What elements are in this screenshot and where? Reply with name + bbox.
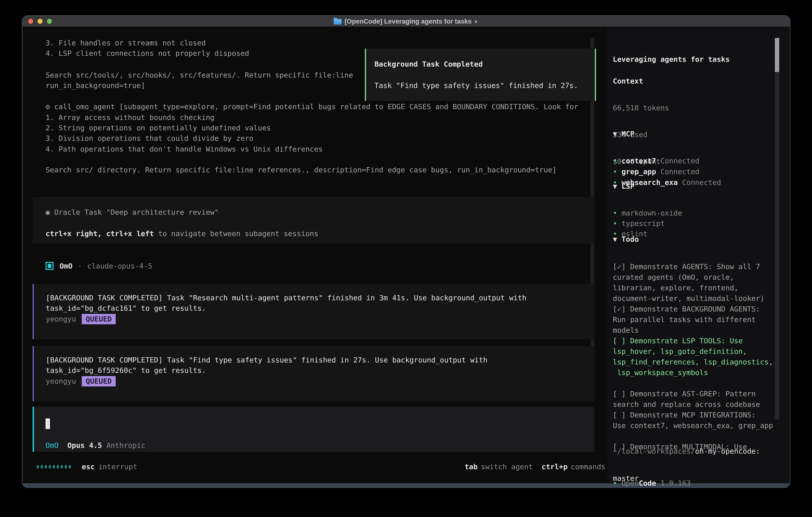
todo-line: models <box>613 325 773 335</box>
gear-icon: ⚙ <box>46 103 50 111</box>
spinner-dot <box>45 465 47 468</box>
todo-line: lsp_hover, lsp_goto_definition, <box>613 346 773 357</box>
terminal-line: 1. Array access without bounds checking <box>46 112 214 123</box>
mcp-section-header[interactable]: ▼ MCP <box>613 129 721 139</box>
model-info-row: OmO Opus 4.5 Anthropic <box>46 440 145 451</box>
task-result-line2: task_id="bg_dcfac161" to get results. <box>46 303 594 314</box>
terminal-line: 4. Path operations that don't handle Win… <box>46 144 323 154</box>
task-result-block: [BACKGROUND TASK COMPLETED] Task "Resear… <box>33 284 594 339</box>
spinner-dot <box>53 465 55 468</box>
todo-line: [ ] Demonstrate LSP TOOLS: Use <box>613 335 773 346</box>
window-title: [OpenCode] Leveraging agents for tasks <box>345 18 471 25</box>
todo-section-header[interactable]: ▼ Todo <box>613 234 773 245</box>
task-result-line1: [BACKGROUND TASK COMPLETED] Task "Find t… <box>46 355 594 365</box>
status-badge: QUEUED <box>82 314 116 324</box>
terminal-line: 3. File handles or streams not closed <box>46 38 206 48</box>
todo-line <box>613 378 773 388</box>
task-author: yeongyu <box>46 376 76 386</box>
todo-line: lsp_workspace_symbols <box>613 367 773 378</box>
esc-key-label: interrupt <box>98 462 137 472</box>
omo-agent-icon <box>46 262 54 270</box>
todo-line: [ ] Demonstrate AST-GREP: Pattern <box>613 388 773 399</box>
todo-line: document-writer, multimodal-looker) <box>613 293 773 304</box>
agent-header: OmO · claude-opus-4-5 <box>46 261 152 271</box>
spinner-dot <box>61 465 63 468</box>
input-model-name: Opus 4.5 <box>67 440 102 451</box>
window-controls <box>28 16 52 27</box>
oracle-task-label: ◉ Oracle Task "Deep architecture review" <box>46 207 594 218</box>
spinner-dot <box>41 465 43 468</box>
ctrlp-key-label: commands <box>571 462 605 472</box>
input-provider: Anthropic <box>106 440 145 451</box>
bullet-icon: • <box>613 479 617 487</box>
task-result-line1: [BACKGROUND TASK COMPLETED] Task "Resear… <box>46 293 594 303</box>
spinner-dot <box>69 465 71 468</box>
esc-key-hint: esc <box>82 462 95 472</box>
screenshot-stage: [OpenCode] Leveraging agents for tasks ◐… <box>0 0 812 517</box>
terminal-line: 4. LSP client connections not properly d… <box>46 48 249 59</box>
sidebar-scrollbar-thumb[interactable] <box>775 38 779 72</box>
todo-line: curated agents (OmO, oracle, <box>613 272 773 282</box>
terminal-line: Search src/ directory. Return specific f… <box>46 165 557 175</box>
notification-body: Task "Find type safety issues" finished … <box>374 80 595 91</box>
text-cursor <box>46 418 50 429</box>
half-circle-icon: ◐ <box>474 18 478 25</box>
task-author: yeongyu <box>46 314 76 324</box>
bullet-icon: • <box>613 157 617 165</box>
lsp-section-header[interactable]: ▼ LSP <box>613 181 682 192</box>
sidebar-scrollbar[interactable] <box>775 38 779 419</box>
chevron-down-icon: ▼ <box>613 182 617 190</box>
todo-line: lsp_find_references, lsp_diagnostics, <box>613 357 773 367</box>
todo-line: [✓] Demonstrate AGENTS: Show all 7 <box>613 261 773 272</box>
working-spinner <box>37 465 71 468</box>
todo-line: librarian, explore, frontend, <box>613 282 773 293</box>
task-result-block: [BACKGROUND TASK COMPLETED] Task "Find t… <box>33 346 594 402</box>
folder-icon <box>334 19 342 25</box>
ctrlp-key-hint: ctrl+p <box>542 462 568 472</box>
context-heading: Context <box>613 76 669 86</box>
prompt-input[interactable]: OmO Opus 4.5 Anthropic <box>33 407 594 452</box>
statusbar-right: tab switch agent ctrl+p commands <box>465 462 605 472</box>
terminal-line: Search src/tools/, src/hooks/, src/featu… <box>46 70 353 80</box>
background-task-notification: Background Task Completed Task "Find typ… <box>365 49 596 101</box>
spinner-dot <box>65 465 67 468</box>
window-title-group: [OpenCode] Leveraging agents for tasks ◐ <box>334 18 478 25</box>
tool-call-text: call_omo_agent [subagent_type=explore, p… <box>54 103 578 111</box>
status-badge: QUEUED <box>82 376 116 386</box>
bullet-icon: • <box>613 209 617 217</box>
todo-line: Run parallel tasks with different <box>613 314 773 325</box>
task-result-line2: task_id="bg_6f59260c" to get results. <box>46 365 594 376</box>
agent-model: claude-opus-4-5 <box>87 262 152 270</box>
workspace-repo: oh-my-opencode: <box>695 447 760 455</box>
tab-key-hint: tab <box>465 462 477 472</box>
spinner-dot <box>57 465 59 468</box>
spinner-dot <box>37 465 39 468</box>
tab-key-label: switch agent <box>481 462 533 472</box>
todo-line: [ ] Demonstrate MCP INTEGRATIONS: <box>613 410 773 420</box>
oracle-task-panel: ◉ Oracle Task "Deep architecture review"… <box>33 197 594 244</box>
tool-call-line: ⚙ call_omo_agent [subagent_type=explore,… <box>46 102 578 112</box>
chevron-down-icon: ▼ <box>613 235 617 243</box>
close-button[interactable] <box>28 19 33 24</box>
terminal-line: 3. Division operations that could divide… <box>46 133 253 143</box>
notification-title: Background Task Completed <box>374 59 595 70</box>
todo-line: search and replace across codebase <box>613 399 773 410</box>
agent-name: OmO <box>60 262 72 270</box>
terminal-line: 2. String operations on potentially unde… <box>46 123 271 133</box>
context-tokens: 66,518 tokens <box>613 103 669 113</box>
workspace-prefix: ~/local-workspaces/ <box>613 447 695 455</box>
titlebar: [OpenCode] Leveraging agents for tasks ◐ <box>23 16 790 27</box>
spinner-dot <box>49 465 51 468</box>
terminal-line: run_in_background=true] <box>46 80 145 91</box>
chevron-down-icon: ▼ <box>613 130 617 138</box>
dot-separator: · <box>78 262 82 270</box>
todo-line: [✓] Demonstrate BACKGROUND AGENTS: <box>613 304 773 314</box>
subagent-shortcut-hint: ctrl+x right, ctrl+x left to navigate be… <box>46 228 594 239</box>
zoom-button[interactable] <box>47 19 52 24</box>
statusbar-left: esc interrupt <box>82 462 137 472</box>
version-line: • OpenCode 1.0.163 <box>613 462 691 505</box>
minimize-button[interactable] <box>37 19 42 24</box>
input-agent-name: OmO <box>46 440 59 451</box>
record-icon: ◉ <box>46 208 50 216</box>
lsp-item: • markdown-oxide <box>613 208 682 218</box>
